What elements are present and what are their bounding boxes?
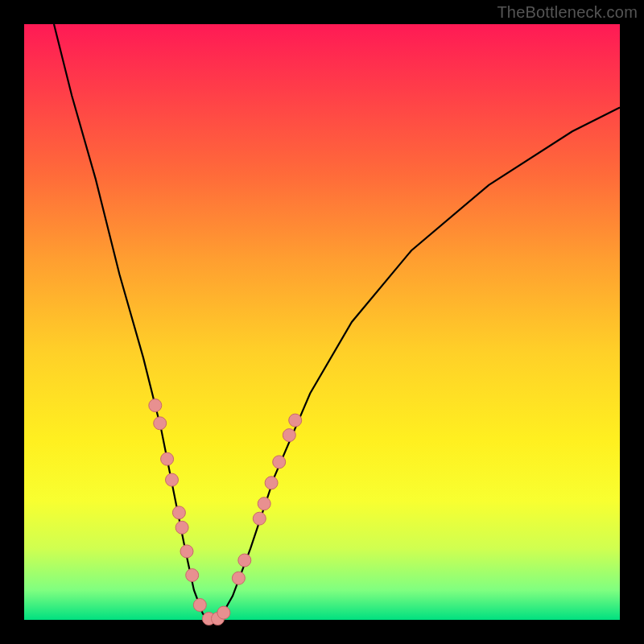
watermark-text: TheBottleneck.com [497,3,638,22]
chart-container: TheBottleneck.com [0,0,644,644]
data-point [180,545,193,558]
data-point [175,521,188,534]
data-point [166,473,179,486]
data-point [154,417,167,430]
data-point [161,452,174,465]
data-point [289,414,302,427]
data-point [232,572,245,584]
data-point [149,399,162,412]
plot-area [24,24,620,620]
data-point [258,497,270,510]
bottleneck-curve [54,24,620,620]
data-points-group [149,399,302,625]
data-point [273,456,286,469]
chart-svg [24,24,620,620]
data-point [172,506,185,519]
data-point [253,512,266,525]
data-point [238,554,251,567]
data-point [193,599,206,612]
data-point [283,429,295,442]
data-point [186,569,199,582]
data-point [217,606,230,619]
data-point [265,477,278,489]
